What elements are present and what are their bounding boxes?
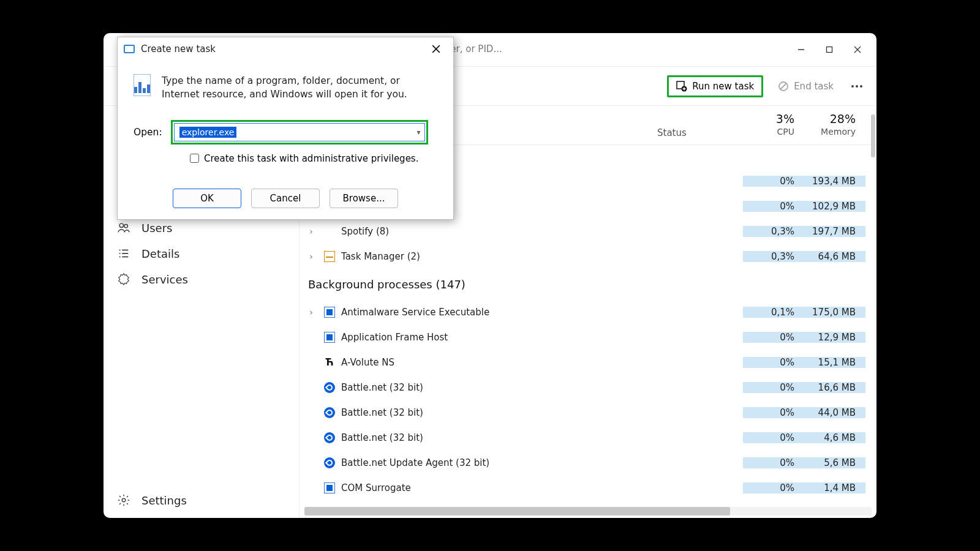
- column-cpu[interactable]: 3% CPU: [743, 106, 804, 144]
- dialog-title: Create new task: [141, 43, 216, 54]
- app-icon: [324, 332, 335, 343]
- app-icon: [324, 307, 335, 318]
- users-icon: [117, 221, 130, 234]
- chevron-right-icon[interactable]: ›: [304, 227, 318, 236]
- process-memory: 1,4 MB: [804, 482, 865, 493]
- close-window-button[interactable]: [843, 40, 872, 59]
- process-name: Battle.net (32 bit): [341, 407, 423, 418]
- process-name: Application Frame Host: [341, 332, 448, 343]
- chevron-down-icon: ▾: [417, 128, 421, 137]
- run-new-task-icon: [676, 81, 687, 92]
- process-memory: 44,0 MB: [804, 407, 865, 418]
- open-value: explorer.exe: [179, 127, 237, 138]
- process-cpu: 0%: [743, 382, 804, 393]
- end-task-icon: [778, 81, 789, 92]
- battlenet-icon: [324, 457, 335, 468]
- process-name: Spotify (8): [341, 226, 389, 237]
- process-row[interactable]: Battle.net (32 bit) 0% 16,6 MB: [300, 375, 876, 400]
- sidebar-item-services[interactable]: Services: [104, 266, 299, 292]
- battlenet-icon: [324, 382, 335, 393]
- process-cpu: 0,1%: [743, 307, 804, 318]
- process-memory: 102,9 MB: [804, 201, 865, 212]
- dialog-titlebar: Create new task: [118, 37, 453, 61]
- create-new-task-dialog: Create new task Type the name of a progr…: [117, 37, 454, 220]
- end-task-label: End task: [794, 81, 834, 92]
- process-memory: 175,0 MB: [804, 307, 865, 318]
- run-new-task-label: Run new task: [692, 81, 754, 92]
- process-row[interactable]: ›Task Manager (2) 0,3% 64,6 MB: [300, 244, 876, 269]
- svg-point-18: [122, 498, 126, 502]
- end-task-button[interactable]: End task: [772, 77, 840, 96]
- process-memory: 197,7 MB: [804, 226, 865, 237]
- search-input[interactable]: sher, or PID...: [437, 43, 621, 63]
- process-cpu: 0%: [743, 482, 804, 493]
- process-memory: 5,6 MB: [804, 457, 865, 468]
- process-memory: 4,6 MB: [804, 432, 865, 443]
- battlenet-icon: [324, 432, 335, 443]
- app-icon: [324, 482, 335, 493]
- process-cpu: 0%: [743, 432, 804, 443]
- process-row[interactable]: Application Frame Host 0% 12,9 MB: [300, 324, 876, 350]
- cancel-button[interactable]: Cancel: [251, 189, 320, 208]
- process-cpu: 0%: [743, 201, 804, 212]
- process-name: Antimalware Service Executable: [341, 307, 489, 318]
- process-name: Battle.net (32 bit): [341, 432, 423, 443]
- dialog-close-button[interactable]: [425, 41, 447, 57]
- process-row[interactable]: COM Surrogate 0% 1,4 MB: [300, 475, 876, 500]
- maximize-button[interactable]: [815, 40, 843, 59]
- chevron-right-icon[interactable]: ›: [304, 252, 318, 261]
- horizontal-scrollbar[interactable]: [304, 507, 872, 515]
- sidebar-item-details[interactable]: Details: [104, 241, 299, 266]
- more-button[interactable]: [848, 80, 865, 92]
- run-new-task-button[interactable]: Run new task: [667, 75, 763, 97]
- ok-button[interactable]: OK: [173, 189, 241, 208]
- sidebar-item-settings[interactable]: Settings: [104, 487, 299, 513]
- process-row[interactable]: Battle.net (32 bit) 0% 4,6 MB: [300, 425, 876, 450]
- process-cpu: 0%: [743, 176, 804, 187]
- run-icon: [124, 45, 135, 53]
- minimize-icon: [797, 46, 805, 53]
- svg-point-11: [124, 225, 128, 228]
- process-name: Battle.net Update Agent (32 bit): [341, 457, 489, 468]
- chevron-right-icon[interactable]: ›: [304, 307, 318, 317]
- process-name: Battle.net (32 bit): [341, 382, 423, 393]
- run-dialog-icon: [134, 74, 151, 96]
- process-memory: 15,1 MB: [804, 357, 865, 368]
- process-row[interactable]: ЋA-Volute NS 0% 15,1 MB: [300, 350, 876, 375]
- sidebar-item-label: Users: [141, 222, 172, 234]
- process-row[interactable]: Battle.net Update Agent (32 bit) 0% 5,6 …: [300, 450, 876, 475]
- close-icon: [432, 45, 440, 53]
- group-header-background: Background processes (147): [300, 269, 876, 299]
- dialog-description: Type the name of a program, folder, docu…: [162, 74, 437, 102]
- minimize-button[interactable]: [787, 40, 815, 59]
- task-manager-window: sher, or PID... Run new task: [104, 33, 876, 518]
- admin-checkbox[interactable]: Create this task with administrative pri…: [190, 153, 437, 164]
- details-icon: [117, 247, 130, 260]
- services-icon: [117, 272, 130, 286]
- svg-point-10: [119, 223, 123, 227]
- open-label: Open:: [134, 127, 162, 138]
- vertical-scrollbar[interactable]: [871, 114, 875, 157]
- process-cpu: 0%: [743, 357, 804, 368]
- gear-icon: [117, 493, 130, 507]
- process-row[interactable]: Battle.net (32 bit) 0% 44,0 MB: [300, 400, 876, 425]
- admin-checkbox-label: Create this task with administrative pri…: [204, 153, 418, 164]
- sidebar-item-label: Settings: [141, 494, 187, 507]
- column-memory[interactable]: 28% Memory: [804, 106, 865, 144]
- browse-button[interactable]: Browse...: [330, 189, 398, 208]
- process-memory: 64,6 MB: [804, 251, 865, 262]
- process-memory: 193,4 MB: [804, 176, 865, 187]
- process-row[interactable]: ›Antimalware Service Executable 0,1% 175…: [300, 299, 876, 324]
- process-memory: 16,6 MB: [804, 382, 865, 393]
- sidebar-item-label: Services: [141, 273, 188, 286]
- process-row[interactable]: ›Spotify (8) 0,3% 197,7 MB: [300, 219, 876, 244]
- process-name: Task Manager (2): [341, 251, 420, 262]
- process-name: A-Volute NS: [341, 357, 394, 368]
- svg-line-9: [780, 83, 786, 89]
- open-combobox[interactable]: explorer.exe ▾: [174, 123, 425, 141]
- avolute-icon: Ћ: [324, 357, 335, 368]
- column-status[interactable]: Status: [657, 106, 743, 144]
- process-cpu: 0%: [743, 407, 804, 418]
- maximize-icon: [826, 46, 833, 53]
- process-cpu: 0%: [743, 332, 804, 343]
